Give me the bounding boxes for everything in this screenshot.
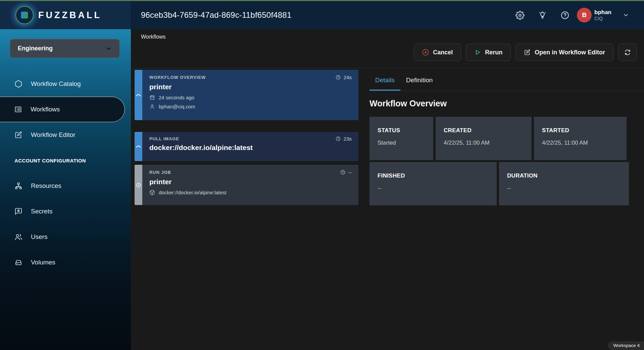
sidebar-item-workflow-catalog[interactable]: Workflow Catalog — [0, 71, 131, 97]
user-org: CIQ — [594, 16, 611, 21]
card-body: RUN JOB -- printer — [142, 165, 358, 205]
status-rail-running — [135, 70, 142, 120]
person-icon — [149, 104, 155, 109]
help-button[interactable] — [559, 9, 571, 21]
stat-card-finished: FINISHED -- — [369, 162, 497, 205]
card-duration: -- — [340, 169, 352, 175]
card-meta-created: 24 seconds ago — [149, 95, 352, 100]
tab-definition[interactable]: Definition — [400, 70, 438, 91]
tab-details[interactable]: Details — [369, 70, 400, 91]
stat-value: 4/22/25, 11:00 AM — [542, 140, 627, 146]
cancel-button[interactable]: Cancel — [414, 44, 461, 61]
settings-button[interactable] — [514, 9, 526, 21]
sidebar-item-workflow-editor[interactable]: Workflow Editor — [0, 122, 131, 148]
card-body: WORKFLOW OVERVIEW 24s printer — [142, 70, 358, 120]
clock-icon — [335, 136, 341, 142]
refresh-button[interactable] — [618, 44, 637, 61]
sidebar-item-label: Resources — [31, 182, 61, 190]
workflow-toolbar: Cancel Rerun Open in Workflow Editor — [131, 40, 644, 68]
card-body: PULL IMAGE 23s docker://docker.io/alpine… — [142, 132, 358, 161]
workspace-badge: Workspace 4 — [608, 341, 644, 350]
sidebar: Engineering Workflow Catalog — [0, 29, 131, 350]
timeline-card-pull-image[interactable]: PULL IMAGE 23s docker://docker.io/alpine… — [135, 132, 358, 161]
stat-card-duration: DURATION -- — [499, 162, 629, 205]
stat-card-created: CREATED 4/22/25, 11:00 AM — [436, 117, 532, 160]
sidebar-item-label: Secrets — [31, 208, 52, 215]
card-title: printer — [149, 83, 352, 91]
details-tabs: Details Definition — [369, 70, 644, 91]
sidebar-section-label: ACCOUNT CONFIGURATION — [0, 148, 131, 173]
sidebar-item-secrets[interactable]: Secrets — [0, 199, 131, 224]
play-icon — [474, 49, 481, 56]
card-meta-owner: bphan@ciq.com — [149, 104, 352, 109]
stat-value: 4/22/25, 11:00 AM — [444, 140, 532, 146]
help-icon — [560, 11, 569, 20]
sidebar-item-label: Users — [31, 233, 48, 241]
stat-card-status: STATUS Started — [369, 117, 433, 160]
panel-heading: Workflow Overview — [369, 99, 644, 108]
package-icon — [149, 190, 155, 195]
status-rail-running — [135, 132, 142, 161]
account-selector[interactable]: Engineering — [10, 39, 120, 58]
stat-label: STATUS — [378, 127, 433, 134]
card-kind: PULL IMAGE — [149, 136, 179, 141]
card-kind: RUN JOB — [149, 170, 171, 175]
user-name: bphan — [594, 9, 611, 16]
stat-card-started: STARTED 4/22/25, 11:00 AM — [534, 117, 627, 160]
card-duration: 24s — [335, 74, 352, 80]
sidebar-item-workflows[interactable]: Workflows — [0, 97, 125, 122]
avatar: B — [577, 8, 592, 22]
cancel-button-label: Cancel — [433, 49, 453, 56]
open-in-workflow-editor-button[interactable]: Open in Workflow Editor — [515, 44, 613, 61]
sitemap-icon — [14, 182, 22, 190]
stat-label: STARTED — [542, 127, 627, 134]
drive-icon — [14, 258, 22, 266]
clock-icon — [340, 169, 346, 175]
clock-icon — [335, 74, 341, 80]
list-icon — [14, 105, 22, 113]
sidebar-item-volumes[interactable]: Volumes — [0, 250, 131, 275]
body-row: Engineering Workflow Catalog — [0, 29, 644, 350]
secret-chat-lock-icon — [14, 207, 22, 215]
cancel-octagon-icon — [422, 49, 429, 56]
spinner-icon — [135, 92, 142, 98]
details-panel: Details Definition Workflow Overview STA… — [369, 70, 644, 350]
user-names: bphan CIQ — [594, 9, 611, 21]
users-icon — [14, 233, 22, 241]
stat-value: -- — [507, 185, 629, 192]
sidebar-item-label: Workflow Catalog — [31, 80, 81, 88]
sidebar-item-resources[interactable]: Resources — [0, 173, 131, 199]
sidebar-item-users[interactable]: Users — [0, 224, 131, 250]
card-title: printer — [149, 178, 352, 186]
app-screen: FUZZBALL 96ceb3b4-7659-47ad-869c-11bf650… — [0, 0, 644, 350]
rerun-button[interactable]: Rerun — [466, 44, 511, 61]
chevron-down-icon[interactable] — [623, 12, 629, 18]
sidebar-item-label: Workflows — [31, 106, 60, 113]
calendar-icon — [149, 95, 155, 100]
refresh-icon — [624, 49, 631, 56]
pending-clock-icon — [136, 182, 141, 188]
sidebar-item-label: Workflow Editor — [31, 131, 76, 139]
main-area: Workflows Cancel Rerun — [131, 29, 644, 350]
timeline-card-workflow-overview[interactable]: WORKFLOW OVERVIEW 24s printer — [135, 70, 358, 120]
card-title: docker://docker.io/alpine:latest — [149, 144, 352, 152]
stat-label: DURATION — [507, 172, 629, 179]
workflow-timeline: WORKFLOW OVERVIEW 24s printer — [135, 70, 358, 350]
account-selector-label: Engineering — [18, 45, 53, 52]
user-menu[interactable]: B bphan CIQ — [577, 8, 611, 22]
chevron-down-icon — [105, 45, 112, 52]
theme-button[interactable] — [537, 9, 548, 21]
status-rail-pending — [135, 165, 142, 205]
edit-icon — [14, 131, 22, 139]
brand-name: FUZZBALL — [38, 10, 102, 20]
brand-area: FUZZBALL — [0, 1, 131, 29]
page-title: 96ceb3b4-7659-47ad-869c-11bf650f4881 — [131, 1, 514, 29]
rerun-button-label: Rerun — [485, 49, 502, 56]
stat-value: Started — [378, 140, 433, 146]
timeline-card-run-job[interactable]: RUN JOB -- printer — [135, 165, 358, 205]
open-in-workflow-editor-label: Open in Workflow Editor — [535, 49, 605, 56]
stat-label: CREATED — [444, 127, 532, 134]
sidebar-nav: Workflow Catalog Workflows Workflow — [0, 71, 131, 275]
gear-icon — [515, 11, 525, 20]
stat-label: FINISHED — [378, 172, 497, 179]
